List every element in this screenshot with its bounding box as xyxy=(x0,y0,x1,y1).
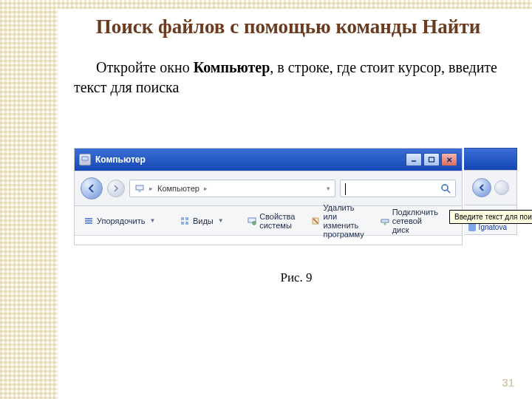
views-button[interactable]: Виды ▼ xyxy=(177,214,227,228)
system-properties-icon xyxy=(248,216,256,226)
figure-caption: Рис. 9 xyxy=(74,270,519,285)
svg-rect-4 xyxy=(136,185,143,190)
window-title: Компьютер xyxy=(95,154,146,165)
views-icon xyxy=(180,216,190,226)
computer-icon xyxy=(134,183,145,194)
views-label: Виды xyxy=(193,216,214,225)
page-number: 31 xyxy=(502,376,514,389)
map-drive-label: Подключить сетевой диск xyxy=(392,208,440,234)
svg-rect-10 xyxy=(85,222,92,224)
chevron-down-icon: ▼ xyxy=(149,217,155,224)
search-icon xyxy=(440,183,451,194)
svg-rect-14 xyxy=(185,222,188,225)
window-titlebar: Компьютер ✕ xyxy=(75,149,462,171)
search-tooltip: Введите текст для поиска в текущем отобр… xyxy=(449,210,532,224)
right-panel-titlebar xyxy=(464,148,517,170)
close-button[interactable]: ✕ xyxy=(441,153,457,166)
breadcrumb-label: Компьютер xyxy=(157,184,200,193)
svg-rect-5 xyxy=(138,191,141,192)
svg-point-16 xyxy=(253,221,256,224)
svg-line-7 xyxy=(447,190,450,193)
toolbar: Упорядочить ▼ Виды ▼ Свойства системы Уд… xyxy=(75,206,462,236)
maximize-button[interactable] xyxy=(423,153,440,166)
svg-point-20 xyxy=(383,222,386,225)
system-properties-label: Свойства системы xyxy=(259,212,296,230)
decorative-left-band xyxy=(0,0,58,399)
svg-rect-0 xyxy=(82,157,88,160)
chevron-down-icon[interactable]: ▾ xyxy=(327,185,330,192)
slide-body: Откройте окно Компьютер, в строке, где с… xyxy=(74,58,502,98)
network-drive-icon xyxy=(381,216,389,226)
nav-back-button[interactable] xyxy=(472,178,491,197)
embedded-screenshot: Компьютер ✕ ▸ Компьютер ▸ xyxy=(74,148,519,285)
organize-label: Упорядочить xyxy=(97,216,145,225)
computer-icon xyxy=(79,154,91,166)
svg-rect-13 xyxy=(181,222,184,225)
body-bold: Компьютер xyxy=(194,59,270,75)
svg-rect-19 xyxy=(381,219,389,222)
nav-forward-button[interactable] xyxy=(107,180,125,197)
minimize-button[interactable] xyxy=(406,153,422,166)
uninstall-icon xyxy=(311,216,320,226)
body-prefix: Откройте окно xyxy=(96,59,194,75)
organize-button[interactable]: Упорядочить ▼ xyxy=(81,214,158,228)
svg-rect-8 xyxy=(85,218,92,219)
svg-rect-3 xyxy=(429,157,434,162)
address-row: ▸ Компьютер ▸ ▾ xyxy=(75,171,462,206)
right-panel-nav xyxy=(464,170,517,205)
search-input[interactable] xyxy=(340,180,456,197)
chevron-right-icon: ▸ xyxy=(204,185,208,192)
svg-rect-9 xyxy=(85,220,92,222)
uninstall-program-button[interactable]: Удалить или изменить программу xyxy=(308,202,368,240)
svg-rect-1 xyxy=(83,161,86,163)
svg-point-6 xyxy=(442,185,448,191)
svg-rect-11 xyxy=(181,217,184,220)
decorative-top-band xyxy=(58,0,532,9)
chevron-right-icon: ▸ xyxy=(149,185,153,192)
svg-rect-12 xyxy=(185,217,188,220)
nav-forward-button[interactable] xyxy=(494,180,509,195)
organize-icon xyxy=(83,216,94,226)
text-cursor xyxy=(345,183,346,195)
nav-back-button[interactable] xyxy=(81,177,103,200)
system-properties-button[interactable]: Свойства системы xyxy=(245,211,299,231)
breadcrumb-bar[interactable]: ▸ Компьютер ▸ ▾ xyxy=(129,180,335,197)
slide-heading: Поиск файлов с помощью команды Найти xyxy=(74,15,502,40)
map-network-drive-button[interactable]: Подключить сетевой диск xyxy=(378,206,443,236)
uninstall-label: Удалить или изменить программу xyxy=(323,203,365,239)
chevron-down-icon: ▼ xyxy=(218,217,224,224)
